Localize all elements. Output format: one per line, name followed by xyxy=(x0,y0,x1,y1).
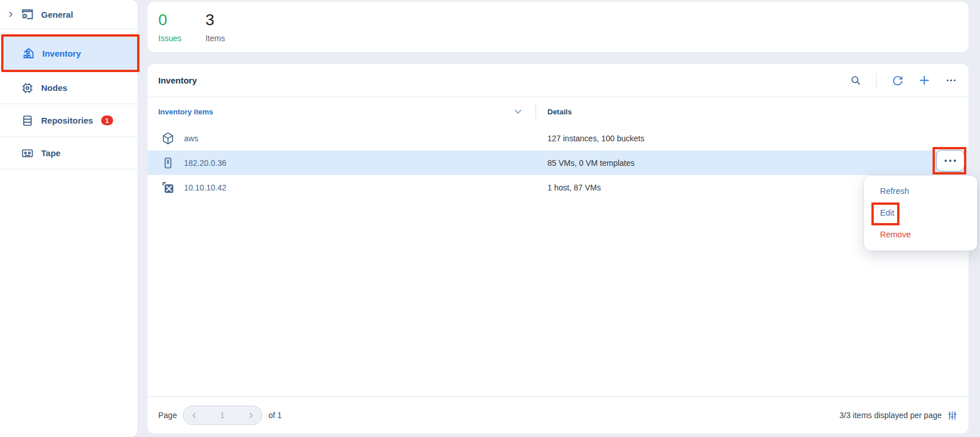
column-details[interactable]: Details xyxy=(536,108,572,116)
item-details: 127 instances, 100 buckets xyxy=(547,134,645,143)
inventory-table: aws 127 instances, 100 buckets 182.20.0.… xyxy=(147,126,969,200)
items-label: Items xyxy=(205,34,225,43)
panel-header: Inventory xyxy=(147,64,969,97)
sidebar-item-inventory[interactable]: Inventory xyxy=(1,34,139,72)
inventory-house-icon xyxy=(22,46,35,60)
dot xyxy=(949,160,951,162)
chip-icon xyxy=(21,81,34,95)
item-details: 1 host, 87 VMs xyxy=(547,183,601,192)
sliders-icon[interactable] xyxy=(947,410,958,421)
more-icon xyxy=(945,74,957,86)
repositories-badge: 1 xyxy=(101,116,113,125)
page-stepper: 1 xyxy=(183,406,262,425)
refresh-icon xyxy=(891,74,903,86)
inventory-panel: Inventory Inventory items xyxy=(147,64,969,434)
panel-toolbar xyxy=(849,64,957,97)
issues-label: Issues xyxy=(158,34,181,43)
table-header: Inventory items Details xyxy=(147,97,969,126)
table-row-10-10-10-42[interactable]: 10.10.10.42 1 host, 87 VMs xyxy=(147,175,969,200)
sidebar-item-label: Nodes xyxy=(41,83,67,93)
add-icon xyxy=(918,74,930,86)
search-button[interactable] xyxy=(849,74,862,87)
column-label: Details xyxy=(547,108,572,116)
chevron-left-icon[interactable] xyxy=(191,412,197,419)
sidebar-item-tape[interactable]: Tape xyxy=(0,137,138,169)
refresh-button[interactable] xyxy=(891,74,903,87)
items-stat[interactable]: 3 Items xyxy=(205,11,225,43)
table-row-aws[interactable]: aws 127 instances, 100 buckets xyxy=(147,126,969,150)
sidebar-item-label: Repositories xyxy=(41,116,93,125)
sidebar-item-general[interactable]: General xyxy=(0,0,138,29)
chevron-right-icon[interactable] xyxy=(248,412,254,419)
panel-title: Inventory xyxy=(158,64,197,97)
window-gear-icon xyxy=(21,7,34,21)
page-label: Page xyxy=(158,411,177,420)
menu-item-remove[interactable]: Remove xyxy=(864,224,977,245)
column-label: Inventory items xyxy=(158,108,213,116)
toolbar-divider xyxy=(876,73,877,88)
app-window: General Inventory Nodes Re xyxy=(0,0,980,437)
sidebar-item-label: Tape xyxy=(41,148,61,158)
menu-item-refresh[interactable]: Refresh xyxy=(864,180,977,202)
context-menu: Refresh Edit Remove xyxy=(864,176,977,251)
sidebar-item-label: General xyxy=(41,10,73,19)
items-summary: 3/3 items displayed per page xyxy=(839,411,942,420)
host-icon xyxy=(161,181,175,194)
items-count: 3 xyxy=(205,11,225,29)
pagination: Page 1 of 1 xyxy=(158,406,282,425)
items-per-page: 3/3 items displayed per page xyxy=(839,410,958,421)
item-name: 182.20.0.36 xyxy=(184,158,226,168)
item-name: 10.10.10.42 xyxy=(184,183,226,192)
database-icon xyxy=(21,114,34,128)
sidebar-item-label: Inventory xyxy=(42,49,81,58)
sidebar-item-nodes[interactable]: Nodes xyxy=(0,72,138,104)
column-inventory-items[interactable]: Inventory items xyxy=(147,108,535,116)
cloud-cube-icon xyxy=(161,132,175,145)
summary-card: 0 Issues 3 Items xyxy=(147,2,969,52)
table-row-182-20-0-36[interactable]: 182.20.0.36 85 VMs, 0 VM templates xyxy=(147,150,969,175)
dot xyxy=(954,160,956,162)
tape-icon xyxy=(21,146,34,160)
row-actions-button[interactable] xyxy=(936,150,965,172)
search-icon xyxy=(850,74,862,86)
panel-more-button[interactable] xyxy=(945,74,957,87)
dot xyxy=(945,160,947,162)
chevron-right-icon xyxy=(7,11,14,18)
server-icon xyxy=(161,156,175,170)
menu-item-edit[interactable]: Edit xyxy=(864,202,977,224)
item-details: 85 VMs, 0 VM templates xyxy=(547,158,635,168)
sidebar: General Inventory Nodes Re xyxy=(0,0,138,437)
issues-count: 0 xyxy=(158,11,181,29)
issues-stat[interactable]: 0 Issues xyxy=(158,11,181,43)
chevron-down-icon[interactable] xyxy=(514,109,522,114)
item-name: aws xyxy=(184,134,198,143)
add-button[interactable] xyxy=(918,74,930,87)
sidebar-item-repositories[interactable]: Repositories 1 xyxy=(0,104,138,137)
panel-footer: Page 1 of 1 3/3 items displayed per page xyxy=(147,396,969,434)
current-page[interactable]: 1 xyxy=(220,411,225,420)
page-total: of 1 xyxy=(269,411,282,420)
